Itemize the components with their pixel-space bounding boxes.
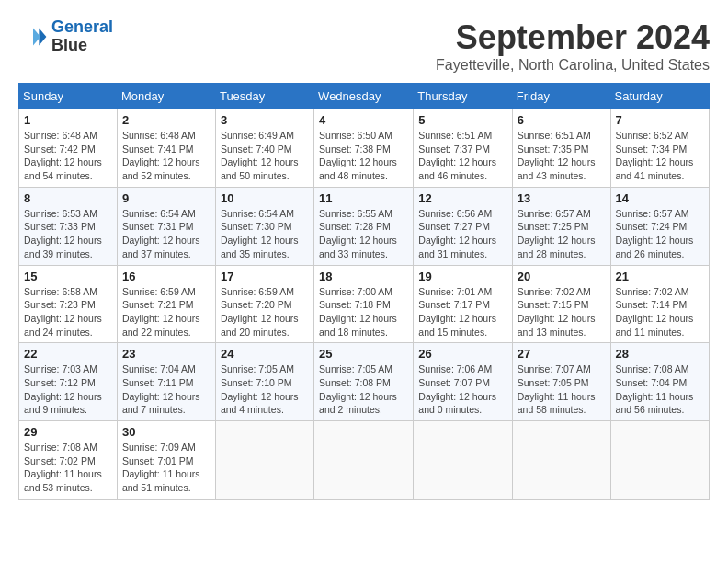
calendar-cell: 10Sunrise: 6:54 AM Sunset: 7:30 PM Dayli… [215,187,313,265]
weekday-header-saturday: Saturday [610,84,709,109]
day-info: Sunrise: 7:09 AM Sunset: 7:01 PM Dayligh… [122,441,210,495]
day-number: 15 [24,270,112,283]
day-number: 11 [319,191,408,205]
day-info: Sunrise: 7:08 AM Sunset: 7:02 PM Dayligh… [24,441,112,495]
day-number: 26 [418,347,506,361]
day-number: 8 [24,191,112,205]
week-row-4: 22Sunrise: 7:03 AM Sunset: 7:12 PM Dayli… [19,343,710,421]
calendar-cell [414,421,512,500]
calendar-title: September 2024 [436,18,710,57]
calendar-cell: 3Sunrise: 6:49 AM Sunset: 7:40 PM Daylig… [215,109,313,188]
day-number: 20 [518,270,606,283]
week-row-3: 15Sunrise: 6:58 AM Sunset: 7:23 PM Dayli… [19,265,710,343]
calendar-cell: 30Sunrise: 7:09 AM Sunset: 7:01 PM Dayli… [117,421,215,500]
day-info: Sunrise: 7:06 AM Sunset: 7:07 PM Dayligh… [418,362,506,417]
day-number: 4 [319,113,408,127]
day-info: Sunrise: 7:08 AM Sunset: 7:04 PM Dayligh… [616,362,704,417]
day-info: Sunrise: 7:07 AM Sunset: 7:05 PM Dayligh… [518,362,606,417]
day-number: 27 [518,347,606,361]
day-info: Sunrise: 6:48 AM Sunset: 7:42 PM Dayligh… [24,129,112,183]
day-number: 25 [319,347,408,361]
day-info: Sunrise: 6:53 AM Sunset: 7:33 PM Dayligh… [24,207,112,261]
day-number: 6 [518,113,606,127]
weekday-header-tuesday: Tuesday [215,84,313,109]
day-number: 30 [122,425,210,439]
day-number: 10 [221,191,309,205]
day-info: Sunrise: 7:01 AM Sunset: 7:17 PM Dayligh… [418,285,506,339]
calendar-cell: 19Sunrise: 7:01 AM Sunset: 7:17 PM Dayli… [414,265,512,343]
calendar-cell: 14Sunrise: 6:57 AM Sunset: 7:24 PM Dayli… [610,187,709,265]
day-number: 18 [319,270,408,283]
day-number: 22 [24,347,112,361]
calendar-cell: 29Sunrise: 7:08 AM Sunset: 7:02 PM Dayli… [19,421,118,500]
day-info: Sunrise: 6:54 AM Sunset: 7:30 PM Dayligh… [221,207,309,261]
day-info: Sunrise: 6:55 AM Sunset: 7:28 PM Dayligh… [319,207,408,261]
day-number: 14 [616,191,704,205]
calendar-subtitle: Fayetteville, North Carolina, United Sta… [436,57,710,74]
week-row-2: 8Sunrise: 6:53 AM Sunset: 7:33 PM Daylig… [19,187,710,265]
day-info: Sunrise: 7:02 AM Sunset: 7:15 PM Dayligh… [518,285,606,339]
day-info: Sunrise: 6:56 AM Sunset: 7:27 PM Dayligh… [418,207,506,261]
day-info: Sunrise: 6:51 AM Sunset: 7:35 PM Dayligh… [518,129,606,183]
day-number: 7 [616,113,704,127]
calendar-cell: 25Sunrise: 7:05 AM Sunset: 7:08 PM Dayli… [314,343,414,421]
day-info: Sunrise: 7:03 AM Sunset: 7:12 PM Dayligh… [24,362,112,417]
calendar-cell: 7Sunrise: 6:52 AM Sunset: 7:34 PM Daylig… [610,109,709,188]
day-number: 24 [221,347,309,361]
calendar-cell: 17Sunrise: 6:59 AM Sunset: 7:20 PM Dayli… [215,265,313,343]
day-info: Sunrise: 6:57 AM Sunset: 7:24 PM Dayligh… [616,207,704,261]
logo-icon [18,22,48,52]
calendar-cell: 15Sunrise: 6:58 AM Sunset: 7:23 PM Dayli… [19,265,118,343]
day-info: Sunrise: 7:05 AM Sunset: 7:10 PM Dayligh… [221,362,309,417]
day-info: Sunrise: 7:02 AM Sunset: 7:14 PM Dayligh… [616,285,704,339]
day-number: 5 [418,113,506,127]
day-info: Sunrise: 6:57 AM Sunset: 7:25 PM Dayligh… [518,207,606,261]
week-row-5: 29Sunrise: 7:08 AM Sunset: 7:02 PM Dayli… [19,421,710,500]
day-number: 3 [221,113,309,127]
calendar-cell: 5Sunrise: 6:51 AM Sunset: 7:37 PM Daylig… [414,109,512,188]
weekday-header-wednesday: Wednesday [314,84,414,109]
logo: General Blue [18,18,113,55]
day-number: 9 [122,191,210,205]
weekday-header-monday: Monday [117,84,215,109]
day-number: 21 [616,270,704,283]
week-row-1: 1Sunrise: 6:48 AM Sunset: 7:42 PM Daylig… [19,109,710,188]
calendar-cell: 28Sunrise: 7:08 AM Sunset: 7:04 PM Dayli… [610,343,709,421]
day-number: 16 [122,270,210,283]
day-number: 13 [518,191,606,205]
calendar-cell: 11Sunrise: 6:55 AM Sunset: 7:28 PM Dayli… [314,187,414,265]
calendar-cell: 18Sunrise: 7:00 AM Sunset: 7:18 PM Dayli… [314,265,414,343]
day-info: Sunrise: 7:04 AM Sunset: 7:11 PM Dayligh… [122,362,210,417]
calendar-cell: 12Sunrise: 6:56 AM Sunset: 7:27 PM Dayli… [414,187,512,265]
calendar-table: SundayMondayTuesdayWednesdayThursdayFrid… [18,83,710,500]
day-info: Sunrise: 7:05 AM Sunset: 7:08 PM Dayligh… [319,362,408,417]
calendar-cell: 21Sunrise: 7:02 AM Sunset: 7:14 PM Dayli… [610,265,709,343]
calendar-cell: 22Sunrise: 7:03 AM Sunset: 7:12 PM Dayli… [19,343,118,421]
calendar-cell: 23Sunrise: 7:04 AM Sunset: 7:11 PM Dayli… [117,343,215,421]
day-info: Sunrise: 6:59 AM Sunset: 7:20 PM Dayligh… [221,285,309,339]
calendar-cell [512,421,610,500]
calendar-cell: 2Sunrise: 6:48 AM Sunset: 7:41 PM Daylig… [117,109,215,188]
calendar-cell [314,421,414,500]
day-info: Sunrise: 6:54 AM Sunset: 7:31 PM Dayligh… [122,207,210,261]
day-info: Sunrise: 6:52 AM Sunset: 7:34 PM Dayligh… [616,129,704,183]
day-info: Sunrise: 7:00 AM Sunset: 7:18 PM Dayligh… [319,285,408,339]
day-number: 28 [616,347,704,361]
calendar-cell: 9Sunrise: 6:54 AM Sunset: 7:31 PM Daylig… [117,187,215,265]
day-number: 19 [418,270,506,283]
day-info: Sunrise: 6:49 AM Sunset: 7:40 PM Dayligh… [221,129,309,183]
calendar-cell [610,421,709,500]
calendar-cell: 26Sunrise: 7:06 AM Sunset: 7:07 PM Dayli… [414,343,512,421]
calendar-cell: 6Sunrise: 6:51 AM Sunset: 7:35 PM Daylig… [512,109,610,188]
calendar-cell [215,421,313,500]
title-area: September 2024 Fayetteville, North Carol… [436,18,710,74]
calendar-cell: 20Sunrise: 7:02 AM Sunset: 7:15 PM Dayli… [512,265,610,343]
weekday-header-sunday: Sunday [19,84,118,109]
day-info: Sunrise: 6:58 AM Sunset: 7:23 PM Dayligh… [24,285,112,339]
day-number: 2 [122,113,210,127]
day-number: 23 [122,347,210,361]
day-number: 17 [221,270,309,283]
day-number: 12 [418,191,506,205]
day-info: Sunrise: 6:48 AM Sunset: 7:41 PM Dayligh… [122,129,210,183]
calendar-cell: 16Sunrise: 6:59 AM Sunset: 7:21 PM Dayli… [117,265,215,343]
